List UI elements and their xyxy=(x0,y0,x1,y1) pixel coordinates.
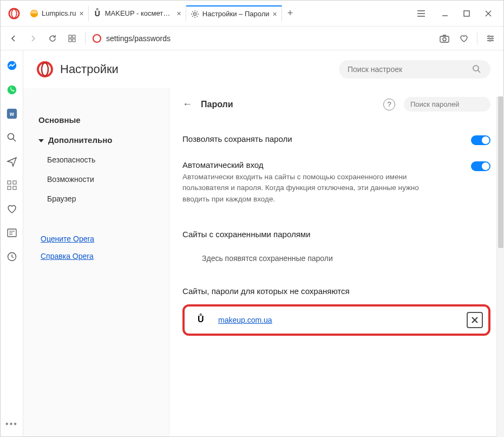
flow-button[interactable] xyxy=(6,155,18,167)
settings-search[interactable] xyxy=(339,60,490,79)
grid-icon xyxy=(68,34,76,43)
tab-makeup[interactable]: Ů MAKEUP - косметика и па × xyxy=(89,6,186,21)
svg-point-11 xyxy=(443,37,446,41)
snapshot-button[interactable] xyxy=(438,32,451,45)
remove-site-button[interactable] xyxy=(467,312,483,328)
address-field[interactable]: settings/passwords xyxy=(92,34,431,43)
svg-rect-6 xyxy=(73,35,75,38)
search-icon xyxy=(472,64,482,74)
vk-button[interactable]: w xyxy=(6,108,18,120)
svg-point-28 xyxy=(473,66,479,71)
svg-text:w: w xyxy=(9,111,14,117)
auto-login-label: Автоматический вход xyxy=(182,160,471,169)
window-menu-button[interactable] xyxy=(410,4,432,23)
close-window-button[interactable] xyxy=(477,4,499,23)
panel-back-button[interactable]: ← xyxy=(182,99,192,110)
bookmarks-rail-button[interactable] xyxy=(6,203,18,215)
favicon-makeup-icon: Ů xyxy=(93,9,102,18)
svg-rect-4 xyxy=(464,11,469,16)
chevron-left-icon xyxy=(10,35,17,42)
never-save-site-link[interactable]: makeup.com.ua xyxy=(218,316,272,324)
svg-point-27 xyxy=(42,63,48,76)
nav-rate-opera[interactable]: Оцените Opera xyxy=(38,230,169,247)
svg-rect-22 xyxy=(8,186,11,190)
svg-point-1 xyxy=(11,9,16,18)
search-rail-button[interactable] xyxy=(6,132,18,144)
scrollbar[interactable] xyxy=(496,96,503,436)
settings-search-input[interactable] xyxy=(348,65,472,74)
site-favicon-icon: Ů xyxy=(198,315,208,325)
window-controls xyxy=(434,4,499,23)
nav-help-opera[interactable]: Справка Opera xyxy=(38,247,169,265)
whatsapp-button[interactable] xyxy=(6,84,18,96)
svg-rect-23 xyxy=(13,186,16,190)
new-tab-button[interactable]: + xyxy=(282,5,299,21)
scrollbar-thumb[interactable] xyxy=(498,96,503,248)
reload-button[interactable] xyxy=(46,32,59,45)
bookmark-button[interactable] xyxy=(457,32,470,45)
nav-features[interactable]: Возможности xyxy=(38,169,169,189)
whatsapp-icon xyxy=(6,84,18,96)
minimize-icon xyxy=(442,10,448,17)
tab-lumpics[interactable]: Lumpics.ru × xyxy=(25,6,89,21)
maximize-button[interactable] xyxy=(456,4,477,23)
maximize-icon xyxy=(463,10,470,17)
address-bar: settings/passwords xyxy=(1,27,503,50)
svg-point-12 xyxy=(488,35,490,37)
vk-icon: w xyxy=(6,108,18,120)
svg-point-9 xyxy=(93,35,101,42)
rail-more-button[interactable]: ••• xyxy=(5,419,18,429)
close-icon[interactable]: × xyxy=(177,9,181,18)
sliders-icon xyxy=(486,34,495,43)
heart-icon xyxy=(459,34,469,43)
passwords-panel: ← Пароли ? Позволять сохранять пароли xyxy=(169,88,503,436)
nav-advanced[interactable]: Дополнительно xyxy=(38,130,169,150)
history-button[interactable] xyxy=(6,251,18,263)
address-text: settings/passwords xyxy=(106,34,171,43)
easy-setup-button[interactable] xyxy=(484,32,497,45)
opera-logo-large-icon xyxy=(36,61,54,78)
allow-save-toggle[interactable] xyxy=(471,135,490,145)
content-area: Настройки Основные Дополнительно Безопас… xyxy=(23,50,503,436)
nav-security[interactable]: Безопасность xyxy=(38,150,169,169)
auto-login-desc: Автоматически входить на сайты с помощью… xyxy=(182,172,421,205)
tab-title: Настройки – Пароли xyxy=(202,10,270,18)
tab-strip: Lumpics.ru × Ů MAKEUP - косметика и па ×… xyxy=(25,5,410,22)
speed-dial-rail-button[interactable] xyxy=(6,179,18,191)
close-icon[interactable]: × xyxy=(273,10,277,18)
close-icon[interactable]: × xyxy=(80,9,84,18)
passwords-search[interactable] xyxy=(404,97,490,112)
gear-icon xyxy=(191,10,199,18)
camera-icon xyxy=(440,34,449,43)
nav-basic[interactable]: Основные xyxy=(38,110,169,130)
reload-icon xyxy=(48,34,57,43)
sidebar-rail: w ••• xyxy=(1,50,23,436)
send-icon xyxy=(6,156,17,167)
minimize-button[interactable] xyxy=(434,4,456,23)
saved-sites-empty: Здесь появятся сохраненные пароли xyxy=(182,247,490,269)
speed-dial-button[interactable] xyxy=(66,32,78,45)
back-button[interactable] xyxy=(7,32,20,45)
nav-browser[interactable]: Браузер xyxy=(38,189,169,208)
panel-header: ← Пароли ? xyxy=(182,97,490,112)
grid-icon xyxy=(7,180,17,190)
forward-button[interactable] xyxy=(27,32,40,45)
settings-header: Настройки xyxy=(23,50,503,88)
auto-login-toggle[interactable] xyxy=(471,161,490,171)
news-icon xyxy=(6,228,17,238)
tab-title: MAKEUP - косметика и па xyxy=(105,9,174,17)
allow-save-label: Позволять сохранять пароли xyxy=(182,134,471,144)
never-save-title: Сайты, пароли для которых не сохраняются xyxy=(182,286,490,296)
news-button[interactable] xyxy=(6,227,18,239)
help-button[interactable]: ? xyxy=(383,99,395,110)
separator xyxy=(85,32,86,44)
svg-rect-21 xyxy=(13,181,16,184)
chevron-right-icon xyxy=(29,35,37,42)
opera-logo-icon xyxy=(8,8,20,19)
auto-login-row: Автоматический вход Автоматически входит… xyxy=(182,153,490,212)
passwords-search-input[interactable] xyxy=(410,100,501,108)
tab-settings[interactable]: Настройки – Пароли × xyxy=(186,5,282,22)
close-icon xyxy=(485,10,492,17)
svg-point-0 xyxy=(9,8,19,18)
messenger-button[interactable] xyxy=(6,60,18,72)
